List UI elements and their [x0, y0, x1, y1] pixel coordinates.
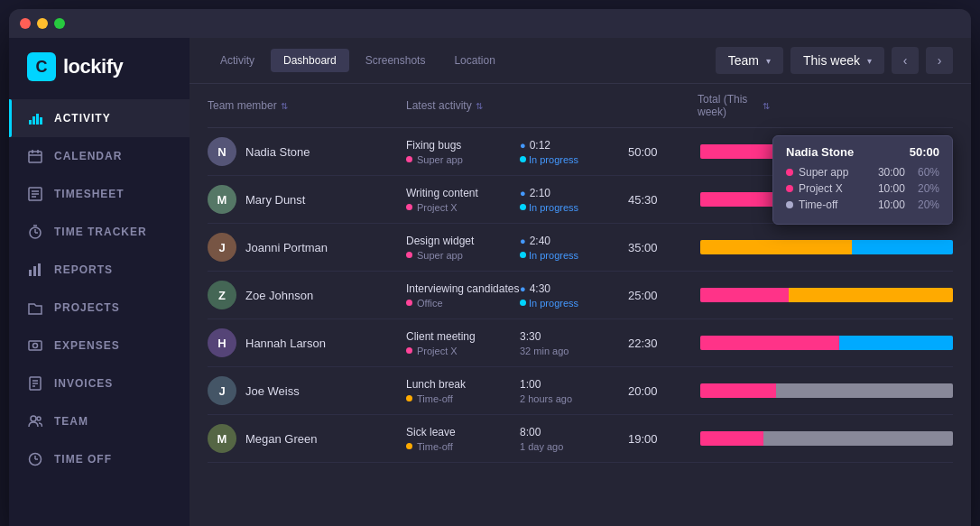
- table-row: J Joe Weiss Lunch break Time-off 1:00 2 …: [208, 367, 953, 415]
- svg-rect-2: [36, 114, 39, 125]
- tab-dashboard[interactable]: Dashboard: [271, 49, 349, 72]
- member-cell: H Hannah Larson: [208, 328, 406, 357]
- tooltip-item: Time-off 10:00 20%: [786, 198, 939, 211]
- sort-total-icon[interactable]: ⇅: [763, 101, 770, 111]
- current-time: 4:30: [530, 282, 550, 295]
- prev-button[interactable]: ‹: [892, 47, 919, 74]
- sidebar-item-time-tracker[interactable]: TIME TRACKER: [9, 213, 190, 251]
- svg-rect-16: [29, 270, 32, 276]
- close-dot[interactable]: [20, 18, 31, 29]
- bar-cell: [700, 431, 953, 446]
- table-header: Team member ⇅ Latest activity ⇅ Total (T…: [208, 84, 953, 128]
- activity-title: Writing content: [406, 187, 520, 199]
- sidebar-item-team[interactable]: TEAM: [9, 402, 190, 440]
- logo-icon: C: [27, 52, 56, 81]
- avatar: M: [208, 185, 236, 214]
- tab-activity[interactable]: Activity: [208, 49, 267, 72]
- svg-point-26: [37, 417, 41, 420]
- activity-title: Design widget: [406, 235, 520, 247]
- time-cell: ● 2:10 In progress: [520, 187, 628, 213]
- member-name: Joe Weiss: [245, 384, 300, 398]
- activity-project: Project X: [406, 346, 520, 356]
- current-time: 8:00: [520, 426, 541, 438]
- activity-title: Lunch break: [406, 378, 520, 391]
- sidebar-item-projects[interactable]: PROJECTS: [9, 289, 190, 327]
- week-arrow: ▾: [867, 56, 872, 66]
- sort-member-icon[interactable]: ⇅: [281, 101, 288, 111]
- activity-project: Time-off: [406, 393, 520, 404]
- th-member: Team member ⇅: [208, 93, 406, 118]
- svg-rect-17: [33, 266, 36, 276]
- minimize-dot[interactable]: [37, 18, 48, 29]
- project-name: Time-off: [417, 393, 453, 404]
- team-icon: [27, 413, 43, 429]
- project-name: Project X: [417, 346, 458, 356]
- activity-cell: Lunch break Time-off: [406, 378, 520, 404]
- sort-activity-icon[interactable]: ⇅: [476, 101, 483, 111]
- status-badge: In progress: [529, 202, 578, 213]
- current-time: 2:40: [530, 235, 550, 247]
- team-label: Team: [728, 53, 759, 68]
- svg-rect-1: [32, 116, 35, 125]
- activity-cell: Interviewing candidates Office: [406, 282, 520, 309]
- projects-icon: [27, 300, 43, 316]
- th-time: [589, 93, 698, 118]
- current-time: 1:00: [520, 378, 541, 391]
- sidebar-item-timesheet[interactable]: TIMESHEET: [9, 175, 190, 213]
- activity-cell: Client meeting Project X: [406, 330, 520, 356]
- project-name: Office: [417, 298, 443, 309]
- total-cell: 25:00: [628, 289, 700, 302]
- sidebar-label-reports: REPORTS: [54, 263, 113, 276]
- sidebar-item-reports[interactable]: REPORTS: [9, 251, 190, 289]
- tooltip-item: Super app 30:00 60%: [786, 166, 939, 179]
- bar-cell: [700, 336, 953, 350]
- activity-title: Sick leave: [406, 426, 520, 438]
- svg-rect-18: [38, 263, 41, 276]
- sidebar-item-activity[interactable]: ACTIVITY: [9, 99, 190, 137]
- main-content: Activity Dashboard Screenshots Location …: [190, 38, 971, 526]
- activity-cell: Writing content Project X: [406, 187, 520, 213]
- time-ago: 1 day ago: [520, 441, 563, 452]
- svg-rect-19: [29, 341, 42, 350]
- member-name: Megan Green: [245, 432, 318, 446]
- activity-project: Super app: [406, 154, 520, 165]
- week-dropdown[interactable]: This week ▾: [790, 47, 884, 74]
- current-time: 2:10: [530, 187, 550, 199]
- expenses-icon: [27, 337, 43, 354]
- sidebar-item-invoices[interactable]: INVOICES: [9, 365, 190, 402]
- total-cell: 45:30: [628, 193, 700, 207]
- status-badge: In progress: [529, 154, 578, 165]
- svg-rect-4: [29, 152, 42, 162]
- maximize-dot[interactable]: [54, 18, 65, 29]
- time-cell: 1:00 2 hours ago: [520, 378, 628, 404]
- tab-screenshots[interactable]: Screenshots: [353, 49, 439, 72]
- data-table: Team member ⇅ Latest activity ⇅ Total (T…: [190, 84, 971, 526]
- next-button[interactable]: ›: [926, 47, 953, 74]
- status-badge: In progress: [529, 298, 578, 309]
- sidebar-label-time-off: TIME OFF: [54, 453, 112, 466]
- activity-cell: Fixing bugs Super app: [406, 139, 520, 165]
- current-time: 0:12: [530, 139, 550, 152]
- member-cell: M Megan Green: [208, 424, 406, 453]
- status-badge: In progress: [529, 250, 578, 261]
- table-row: N Nadia Stone Fixing bugs Super app ● 0:…: [208, 128, 953, 176]
- team-dropdown[interactable]: Team ▾: [716, 47, 783, 74]
- sidebar-item-time-off[interactable]: TIME OFF: [9, 440, 190, 478]
- sidebar-item-expenses[interactable]: EXPENSES: [9, 327, 190, 365]
- sidebar-item-calendar[interactable]: CALENDAR: [9, 137, 190, 175]
- project-name: Project X: [417, 202, 458, 213]
- sidebar-label-invoices: INVOICES: [54, 377, 113, 390]
- svg-rect-0: [29, 120, 32, 125]
- logo-text: lockify: [63, 55, 123, 78]
- sidebar-label-time-tracker: TIME TRACKER: [54, 226, 147, 238]
- bar-bg: [700, 240, 953, 254]
- member-cell: Z Zoe Johnson: [208, 281, 406, 309]
- svg-point-20: [33, 344, 38, 348]
- table-row: H Hannah Larson Client meeting Project X…: [208, 319, 953, 367]
- th-total: Total (This week) ⇅: [698, 93, 770, 118]
- tab-location[interactable]: Location: [441, 49, 507, 72]
- project-dot: [406, 156, 412, 162]
- member-name: Zoe Johnson: [245, 289, 313, 302]
- reports-icon: [27, 262, 43, 278]
- invoices-icon: [27, 375, 43, 392]
